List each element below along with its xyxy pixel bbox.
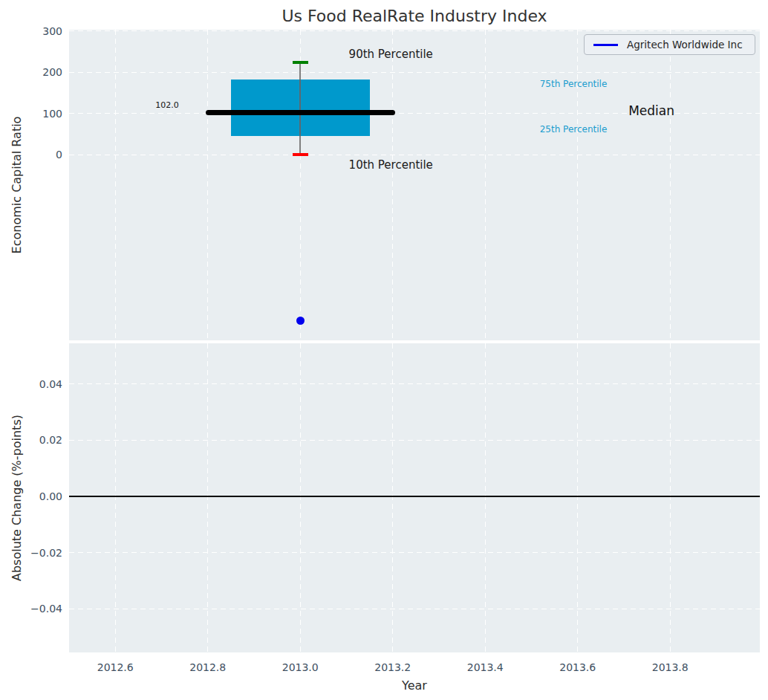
x-gridline	[577, 343, 578, 652]
top-y-tick-label: 300	[0, 25, 62, 37]
median-line	[206, 110, 395, 115]
annotation-75th-percentile: 75th Percentile	[540, 80, 608, 88]
y-gridline	[69, 440, 760, 441]
x-gridline	[670, 343, 671, 652]
y-gridline	[69, 155, 760, 155]
top-y-tick-label: 200	[0, 66, 62, 78]
x-gridline	[300, 343, 301, 652]
chart-title: Us Food RealRate Industry Index	[282, 7, 547, 25]
x-tick-label: 2013.8	[652, 661, 689, 673]
x-gridline	[115, 343, 116, 652]
x-tick-label: 2013.2	[374, 661, 411, 673]
annotation-90th-percentile: 90th Percentile	[349, 48, 433, 59]
figure: Us Food RealRate Industry Index Economic…	[0, 0, 768, 700]
bottom-axes-absolute-change	[69, 343, 760, 652]
x-gridline	[485, 30, 486, 340]
x-tick-label: 2012.6	[97, 661, 134, 673]
x-tick-label: 2013.0	[282, 661, 319, 673]
top-axes-economic-capital-ratio	[69, 30, 760, 340]
x-axis-label: Year	[402, 678, 427, 693]
y-gridline	[69, 72, 760, 73]
annotation-10th-percentile: 10th Percentile	[349, 160, 433, 171]
bottom-y-axis-label: Absolute Change (%-points)	[10, 415, 24, 581]
whisker-line-over-box	[299, 80, 301, 136]
x-gridline	[392, 30, 393, 340]
bottom-y-tick-label: −0.04	[0, 603, 62, 615]
y-gridline	[69, 383, 760, 384]
annotation-25th-percentile: 25th Percentile	[540, 125, 608, 134]
x-tick-label: 2012.8	[189, 661, 226, 673]
y-gridline	[69, 552, 760, 553]
x-tick-label: 2013.4	[467, 661, 504, 673]
top-y-axis-label: Economic Capital Ratio	[10, 117, 24, 254]
series-point-agritech-worldwide-inc	[296, 317, 305, 325]
y-gridline	[69, 30, 760, 31]
legend-line-sample	[593, 44, 618, 46]
legend-series-label: Agritech Worldwide Inc	[627, 39, 743, 51]
x-gridline	[207, 343, 208, 652]
x-gridline	[115, 30, 116, 340]
x-gridline	[577, 30, 578, 340]
x-gridline	[670, 30, 671, 340]
bottom-y-tick-label: 0.04	[0, 378, 62, 390]
x-gridline	[392, 343, 393, 652]
y-gridline	[69, 609, 760, 609]
x-gridline	[485, 343, 486, 652]
whisker-cap-10th	[293, 153, 308, 156]
legend: Agritech Worldwide Inc	[584, 34, 755, 55]
x-tick-label: 2013.6	[559, 661, 596, 673]
annotation-median: Median	[628, 104, 674, 117]
zero-line	[69, 496, 760, 497]
whisker-cap-90th	[293, 61, 308, 64]
x-gridline	[207, 30, 208, 340]
annotation-102-0: 102.0	[155, 101, 179, 109]
